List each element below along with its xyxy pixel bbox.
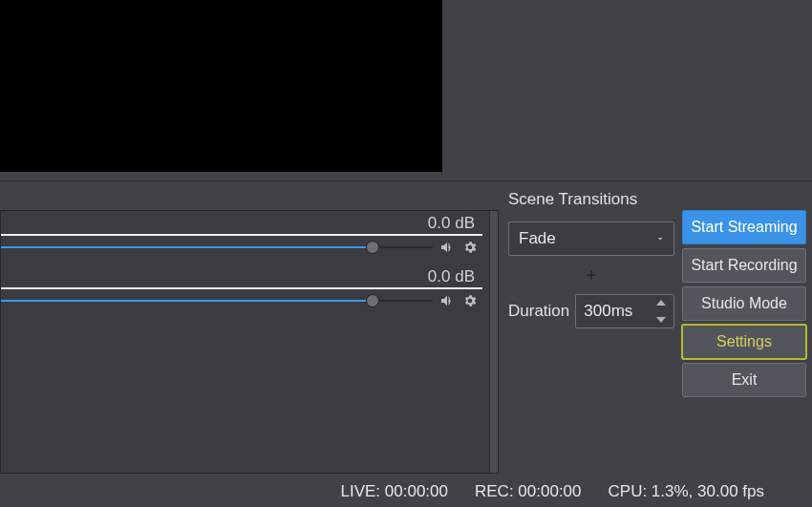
- mixer-panel: 0.0 dB: [0, 181, 499, 476]
- volume-slider[interactable]: [1, 238, 433, 257]
- status-bar: LIVE: 00:00:00 REC: 00:00:00 CPU: 1.3%, …: [0, 476, 812, 507]
- volume-slider[interactable]: [1, 291, 433, 310]
- speaker-icon[interactable]: [438, 239, 456, 256]
- controls-panel: Start Streaming Start Recording Studio M…: [680, 181, 812, 476]
- start-recording-button[interactable]: Start Recording: [682, 248, 806, 283]
- preview-area: [0, 0, 812, 181]
- preview-padding: [442, 0, 812, 172]
- add-transition-button[interactable]: [580, 264, 603, 286]
- scene-transitions-title: Scene Transitions: [508, 189, 674, 210]
- settings-button[interactable]: Settings: [682, 325, 806, 359]
- start-streaming-button[interactable]: Start Streaming: [682, 210, 806, 244]
- gear-icon[interactable]: [461, 239, 479, 256]
- spinner-arrows-icon[interactable]: [656, 299, 670, 324]
- transition-select-value: Fade: [519, 229, 556, 248]
- transition-select[interactable]: Fade: [508, 222, 674, 256]
- app-root: 0.0 dB: [0, 0, 812, 507]
- mixer-scrollbar[interactable]: [489, 211, 498, 473]
- mixer-channel: 0.0 dB: [1, 211, 488, 264]
- studio-mode-button[interactable]: Studio Mode: [682, 286, 806, 321]
- preview-canvas[interactable]: [0, 0, 442, 172]
- status-rec: REC: 00:00:00: [475, 482, 582, 501]
- panels-row: 0.0 dB: [0, 181, 812, 476]
- mixer: 0.0 dB: [0, 210, 499, 474]
- duration-value: 300ms: [584, 302, 632, 321]
- channel-level-label: 0.0 dB: [1, 266, 482, 287]
- channel-level-label: 0.0 dB: [1, 213, 482, 234]
- status-live: LIVE: 00:00:00: [341, 482, 448, 501]
- mixer-channel: 0.0 dB: [1, 264, 488, 318]
- duration-label: Duration: [508, 302, 569, 321]
- exit-button[interactable]: Exit: [682, 363, 806, 397]
- speaker-icon[interactable]: [438, 292, 456, 309]
- chevron-down-icon: [654, 233, 666, 244]
- duration-spinner[interactable]: 300ms: [575, 294, 674, 328]
- scene-transitions-panel: Scene Transitions Fade Duration 300ms: [499, 181, 680, 476]
- gear-icon[interactable]: [461, 292, 479, 309]
- status-cpu: CPU: 1.3%, 30.00 fps: [609, 482, 764, 501]
